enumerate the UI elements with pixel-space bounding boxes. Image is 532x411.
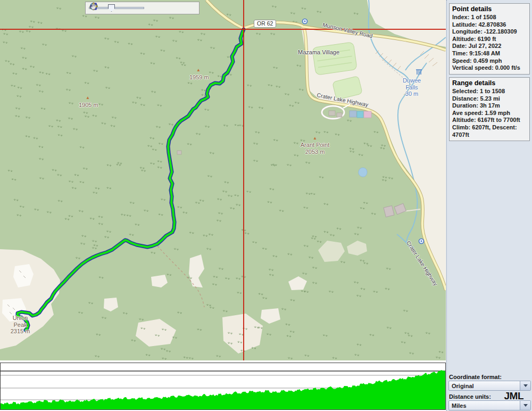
road-shield-or62: OR 62 — [254, 20, 276, 28]
distance-units-label: Distance units: — [449, 393, 491, 400]
pond — [359, 168, 367, 177]
settings-block: Coordinate format: Original Distance uni… — [448, 373, 531, 411]
app-logo: JML — [504, 392, 524, 400]
elevation-profile-pane — [0, 360, 446, 411]
point-speed: Speed: 0.459 mph — [452, 57, 527, 65]
range-climb-descent: Climb: 6207ft, Descent: 4707ft — [452, 124, 527, 138]
range-ave-speed: Ave speed: 1.59 mph — [452, 110, 527, 117]
elevation-profile-chart[interactable] — [0, 363, 446, 410]
peak-triangle-icon: ▲ — [196, 68, 201, 72]
range-details-panel: Range details Selected: 1 to 1508 Distan… — [449, 77, 530, 141]
peak-label-1959: 1959 m — [189, 74, 209, 81]
point-longitude: Longitude: -122.180309 — [452, 28, 527, 36]
distance-units-select[interactable]: Miles — [448, 400, 531, 410]
point-index: Index: 1 of 1508 — [452, 14, 527, 21]
elevation-area-series — [1, 370, 445, 409]
map-toolbar — [85, 2, 200, 14]
point-details-title: Point details — [452, 5, 527, 13]
peak-triangle-icon: ▲ — [313, 136, 317, 141]
point-vertical-speed: Vertical speed: 0.000 ft/s — [452, 64, 527, 72]
range-duration: Duration: 3h 17m — [452, 102, 527, 110]
place-label-duwee-falls: Duwee Falls 30 m — [398, 77, 426, 97]
coordinate-format-value: Original — [449, 383, 520, 389]
details-sidebar: Point details Index: 1 of 1508 Latitude:… — [446, 0, 532, 411]
hand-tool-icon[interactable] — [89, 2, 98, 11]
peak-label-1905: 1905 m — [79, 102, 98, 109]
coordinate-format-label: Coordinate format: — [449, 374, 531, 380]
range-details-title: Range details — [452, 79, 527, 87]
zoom-slider-thumb[interactable] — [108, 4, 115, 12]
chevron-down-icon[interactable] — [520, 381, 530, 390]
map-viewport[interactable]: OR 62 Munson Valley Road Mazama Village … — [0, 0, 446, 360]
point-altitude: Altitude: 6190 ft — [452, 36, 527, 43]
elevation-profile-svg — [1, 363, 445, 409]
range-selected: Selected: 1 to 1508 — [452, 88, 527, 95]
chevron-down-icon[interactable] — [520, 401, 530, 410]
range-altitude: Altitude: 6167ft to 7700ft — [452, 117, 527, 124]
point-latitude: Latitude: 42.870836 — [452, 21, 527, 29]
point-date: Date: Jul 27, 2022 — [452, 43, 527, 50]
point-details-panel: Point details Index: 1 of 1508 Latitude:… — [449, 3, 530, 75]
map-canvas — [0, 0, 446, 360]
peak-label-union-peak: Union Peak 2315 m — [6, 315, 34, 335]
peak-label-arant-point: Arant Point 2053 m — [294, 142, 336, 155]
gps-track-viewer-window: OR 62 Munson Valley Road Mazama Village … — [0, 0, 532, 411]
peak-triangle-icon: ▲ — [86, 96, 90, 100]
distance-units-value: Miles — [449, 402, 520, 409]
range-distance: Distance: 5.23 mi — [452, 95, 527, 103]
place-label-mazama-village: Mazama Village — [298, 49, 339, 56]
waterfall-icon — [416, 70, 422, 75]
coordinate-format-select[interactable]: Original — [448, 381, 531, 391]
point-time: Time: 9:15:48 AM — [452, 50, 527, 57]
